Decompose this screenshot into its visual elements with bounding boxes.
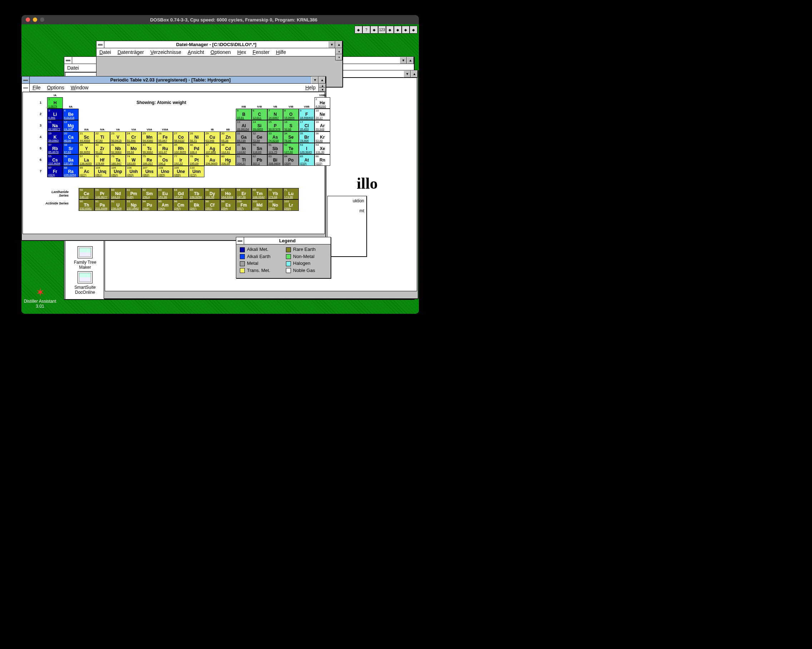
element-W[interactable]: 74W183.85 — [126, 154, 142, 166]
element-Uns[interactable]: 107Uns(262) — [142, 166, 157, 177]
tray-tip-icon[interactable]: ◆ — [409, 26, 417, 34]
element-Cm[interactable]: 96Cm(247) — [173, 199, 189, 211]
close-icon[interactable] — [26, 17, 30, 22]
element-Ti[interactable]: 22Ti47.90 — [95, 131, 110, 143]
menu-help[interactable]: Help — [305, 85, 316, 90]
menu-options[interactable]: Options — [47, 85, 64, 90]
element-Cr[interactable]: 24Cr51.996 — [126, 131, 142, 143]
element-Pt[interactable]: 78Pt195.09 — [189, 154, 205, 166]
element-Cd[interactable]: 48Cd112.41 — [220, 143, 236, 154]
element-Co[interactable]: 27Co58.9332 — [173, 131, 189, 143]
element-Unn[interactable]: 110Unn(272) — [189, 166, 205, 177]
element-Ni[interactable]: 28Ni58.71 — [189, 131, 205, 143]
minimize-icon[interactable] — [33, 17, 37, 22]
element-Y[interactable]: 39Y88.9059 — [79, 143, 95, 154]
menu-verzeichniss­e[interactable]: Verzeichniss­e — [151, 49, 181, 55]
tray-vol-icon[interactable]: ◆ — [386, 26, 394, 34]
element-Po[interactable]: 84Po(209) — [283, 154, 299, 166]
mdi-spin[interactable]: ▴▾ — [335, 48, 342, 60]
tray-A-icon[interactable]: ◆ — [402, 26, 409, 34]
system-tray[interactable]: ◆?◆123◆◆◆◆ — [354, 26, 417, 34]
maximize-button[interactable]: ▴ — [407, 57, 414, 64]
element-Gd[interactable]: 64Gd157.25 — [173, 188, 189, 199]
periodic-table-window[interactable]: Periodic Table v2.03 (unregistered) - [T… — [21, 76, 326, 241]
element-Np[interactable]: 93Np237.0482 — [126, 199, 142, 211]
element-No[interactable]: 102No(259) — [267, 199, 283, 211]
element-Une[interactable]: 109Une(266) — [173, 166, 189, 177]
tray-?-icon[interactable]: ? — [362, 26, 370, 34]
element-Pu[interactable]: 94Pu(244) — [142, 199, 157, 211]
sysmenu-icon[interactable] — [236, 237, 244, 244]
element-Pd[interactable]: 46Pd106.4 — [189, 143, 205, 154]
element-Hg[interactable]: 80Hg200.59 — [220, 154, 236, 166]
element-N[interactable]: 7N14.0067 — [267, 108, 283, 120]
element-Ga[interactable]: 31Ga69.735 — [236, 131, 252, 143]
periodic-table[interactable]: Showing: Atomic weight IAIIAIIIAIVAVAVIA… — [29, 93, 323, 232]
element-Cu[interactable]: 29Cu63.546 — [205, 131, 220, 143]
menu-datei[interactable]: Datei — [99, 49, 111, 55]
element-Pm[interactable]: 61Pm(145) — [126, 188, 142, 199]
element-Pr[interactable]: 59Pr140.9077 — [95, 188, 110, 199]
element-Ba[interactable]: 56Ba137.33 — [63, 154, 79, 166]
element-F[interactable]: 9F18.998403 — [299, 108, 314, 120]
element-Zn[interactable]: 30Zn65.38 — [220, 131, 236, 143]
element-Sr[interactable]: 38Sr87.62 — [63, 143, 79, 154]
element-Li[interactable]: 3Li6.941 — [47, 108, 63, 120]
minimize-button[interactable]: ▾ — [403, 70, 411, 78]
element-Fe[interactable]: 26Fe55.847 — [157, 131, 173, 143]
element-Nb[interactable]: 41Nb92.9064 — [110, 143, 126, 154]
element-La[interactable]: 57La138.9055 — [79, 154, 95, 166]
tray-123-icon[interactable]: 123 — [378, 26, 386, 34]
maximize-button[interactable]: ▴ — [319, 76, 325, 84]
maximize-button[interactable]: ▴ — [411, 70, 418, 78]
element-Ra[interactable]: 88Ra226.0254 — [63, 166, 79, 177]
menu-fenster[interactable]: Fenster — [253, 49, 270, 55]
element-Ge[interactable]: 32Ge72.59 — [252, 131, 267, 143]
element-Fr[interactable]: 87Fr(223) — [47, 166, 63, 177]
element-Eu[interactable]: 63Eu151.96 — [157, 188, 173, 199]
mdi-sysmenu-icon[interactable] — [22, 84, 30, 92]
element-Tl[interactable]: 81Tl204.37 — [236, 154, 252, 166]
element-H[interactable]: 1H1.0079 — [47, 97, 63, 108]
element-Xe[interactable]: 54Xe131.30 — [314, 143, 330, 154]
element-I[interactable]: 53I126.9045 — [299, 143, 314, 154]
element-V[interactable]: 23V50.9415 — [110, 131, 126, 143]
element-K[interactable]: 19K39.0983 — [47, 131, 63, 143]
element-Lr[interactable]: 103Lr(260) — [283, 199, 299, 211]
element-Unq[interactable]: 104Unq(261) — [95, 166, 110, 177]
element-Ta[interactable]: 73Ta180.947 — [110, 154, 126, 166]
menu-ansicht[interactable]: Ansicht — [188, 49, 204, 55]
menu-hilfe[interactable]: Hilfe — [276, 49, 286, 55]
element-Pb[interactable]: 82Pb207.2 — [252, 154, 267, 166]
element-Br[interactable]: 35Br79.904 — [299, 131, 314, 143]
win31-desktop[interactable]: ◆?◆123◆◆◆◆ ▾ ▴ ▾ ▴ Datei Family Tree Mak… — [21, 24, 419, 314]
element-Dy[interactable]: 66Dy162.50 — [205, 188, 220, 199]
element-Te[interactable]: 52Te127.60 — [283, 143, 299, 154]
element-B[interactable]: 5B10.81 — [236, 108, 252, 120]
element-Es[interactable]: 99Es(254) — [220, 199, 236, 211]
menu-optionen[interactable]: Optionen — [211, 49, 231, 55]
element-Tc[interactable]: 43Tc98.9062 — [142, 143, 157, 154]
element-Tm[interactable]: 69Tm168.9342 — [252, 188, 267, 199]
element-Re[interactable]: 75Re186.207 — [142, 154, 157, 166]
element-Yb[interactable]: 70Yb173.04 — [267, 188, 283, 199]
element-Hf[interactable]: 72Hf178.49 — [95, 154, 110, 166]
element-Er[interactable]: 68Er167.26 — [236, 188, 252, 199]
element-Ac[interactable]: 89Ac(227) — [79, 166, 95, 177]
menu-datenträger[interactable]: Datenträger — [118, 49, 144, 55]
minimize-button[interactable]: ▾ — [400, 57, 407, 64]
element-Rn[interactable]: 86Rn(222) — [314, 154, 330, 166]
element-Sb[interactable]: 51Sb121.75 — [267, 143, 283, 154]
element-P[interactable]: 15P30.97376 — [267, 120, 283, 131]
element-Rh[interactable]: 45Rh102.9055 — [173, 143, 189, 154]
element-Al[interactable]: 13Al26.98154 — [236, 120, 252, 131]
tray-clk-icon[interactable]: ◆ — [370, 26, 378, 34]
element-Sc[interactable]: 21Sc44.9559 — [79, 131, 95, 143]
element-S[interactable]: 16S32.06 — [283, 120, 299, 131]
element-Mg[interactable]: 12Mg24.305 — [63, 120, 79, 131]
legend-window[interactable]: Legend Alkali Met.Rare EarthAlkali Earth… — [236, 237, 331, 278]
element-Uno[interactable]: 108Uno(265) — [157, 166, 173, 177]
macos-titlebar[interactable]: DOSBox 0.74-3-3, Cpu speed: 6000 cycles,… — [21, 15, 419, 24]
element-Md[interactable]: 101Md(258) — [252, 199, 267, 211]
element-Tb[interactable]: 65Tb158.9254 — [189, 188, 205, 199]
